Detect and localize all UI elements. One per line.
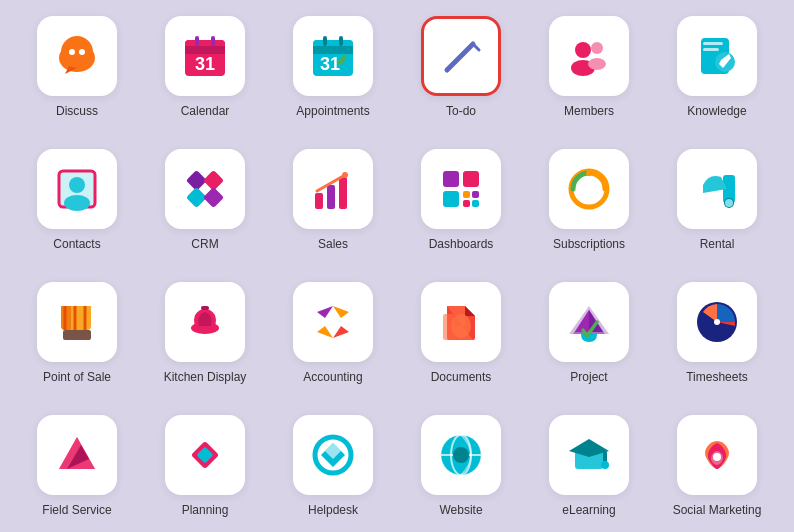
svg-rect-45 [472,200,479,207]
calendar-label: Calendar [181,104,230,118]
planning-icon-container [165,415,245,495]
app-todo[interactable]: To-do [401,4,521,129]
svg-rect-7 [185,46,225,54]
app-appointments[interactable]: 31 Appointments [273,4,393,129]
socialmarketing-icon [693,431,741,479]
elearning-icon [565,431,613,479]
svg-rect-53 [201,306,209,310]
fieldservice-icon [53,431,101,479]
svg-rect-16 [339,36,343,46]
crm-icon-container [165,149,245,229]
app-fieldservice[interactable]: Field Service [17,403,137,528]
kitchen-label: Kitchen Display [164,370,247,384]
svg-point-54 [328,317,338,327]
app-planning[interactable]: Planning [145,403,265,528]
website-label: Website [439,503,482,517]
project-label: Project [570,370,607,384]
calendar-icon: 31 [181,32,229,80]
svg-point-21 [591,42,603,54]
kitchen-icon [181,298,229,346]
svg-text:31: 31 [320,54,340,74]
svg-rect-26 [703,48,719,51]
app-kitchen[interactable]: Kitchen Display [145,270,265,395]
svg-rect-31 [186,169,207,190]
svg-rect-51 [63,330,91,340]
app-timesheets[interactable]: Timesheets [657,270,777,395]
svg-rect-44 [463,200,470,207]
helpdesk-icon-container [293,415,373,495]
svg-rect-41 [443,191,459,207]
app-pos[interactable]: Point of Sale [17,270,137,395]
svg-point-2 [69,49,75,55]
planning-label: Planning [182,503,229,517]
appointments-icon: 31 [309,32,357,80]
svg-point-29 [69,177,85,193]
discuss-icon [53,32,101,80]
svg-rect-42 [463,191,470,198]
svg-rect-13 [313,46,353,54]
svg-rect-35 [315,193,323,209]
svg-point-38 [342,172,348,178]
timesheets-icon [693,298,741,346]
svg-point-19 [575,42,591,58]
svg-line-17 [447,44,473,70]
elearning-label: eLearning [562,503,615,517]
app-rental[interactable]: Rental [657,137,777,262]
dashboards-icon-container [421,149,501,229]
app-project[interactable]: Project [529,270,649,395]
accounting-icon [309,298,357,346]
svg-rect-15 [323,36,327,46]
app-website[interactable]: Website [401,403,521,528]
website-icon [437,431,485,479]
knowledge-icon [693,32,741,80]
contacts-icon [53,165,101,213]
app-contacts[interactable]: Contacts [17,137,137,262]
calendar-icon-container: 31 [165,16,245,96]
todo-icon [437,32,485,80]
knowledge-label: Knowledge [687,104,746,118]
todo-icon-container [421,16,501,96]
app-accounting[interactable]: Accounting [273,270,393,395]
svg-point-72 [601,461,609,469]
svg-rect-32 [203,169,224,190]
app-helpdesk[interactable]: Helpdesk [273,403,393,528]
app-knowledge[interactable]: Knowledge [657,4,777,129]
svg-point-50 [725,199,733,207]
discuss-label: Discuss [56,104,98,118]
appointments-label: Appointments [296,104,369,118]
dashboards-label: Dashboards [429,237,494,251]
subscriptions-icon-container [549,149,629,229]
planning-icon [181,431,229,479]
app-calendar[interactable]: 31 Calendar [145,4,265,129]
app-crm[interactable]: CRM [145,137,265,262]
svg-rect-9 [195,36,199,46]
timesheets-label: Timesheets [686,370,748,384]
subscriptions-label: Subscriptions [553,237,625,251]
kitchen-icon-container [165,282,245,362]
app-elearning[interactable]: eLearning [529,403,649,528]
elearning-icon-container [549,415,629,495]
pos-label: Point of Sale [43,370,111,384]
app-subscriptions[interactable]: Subscriptions [529,137,649,262]
svg-rect-36 [327,185,335,209]
svg-point-47 [586,170,592,176]
members-label: Members [564,104,614,118]
app-members[interactable]: Members [529,4,649,129]
app-dashboards[interactable]: Dashboards [401,137,521,262]
project-icon [565,298,613,346]
documents-label: Documents [431,370,492,384]
app-documents[interactable]: Documents [401,270,521,395]
app-socialmarketing[interactable]: Social Marketing [657,403,777,528]
app-sales[interactable]: Sales [273,137,393,262]
app-discuss[interactable]: Discuss [17,4,137,129]
svg-point-68 [453,447,469,463]
svg-point-55 [451,314,471,338]
socialmarketing-label: Social Marketing [673,503,762,517]
knowledge-icon-container [677,16,757,96]
helpdesk-label: Helpdesk [308,503,358,517]
accounting-label: Accounting [303,370,362,384]
todo-label: To-do [446,104,476,118]
svg-rect-39 [443,171,459,187]
project-icon-container [549,282,629,362]
timesheets-icon-container [677,282,757,362]
